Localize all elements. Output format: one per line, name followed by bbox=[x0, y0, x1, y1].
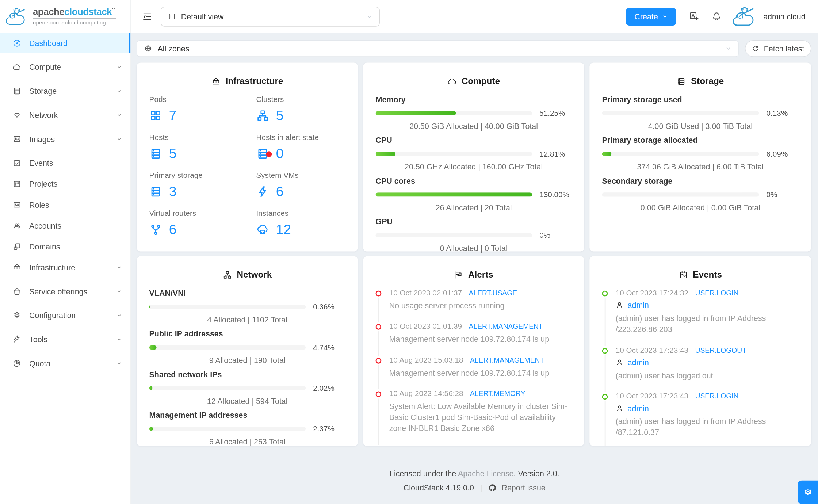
host-alert-icon bbox=[256, 147, 269, 160]
view-select[interactable]: Default view bbox=[161, 7, 380, 26]
chevron-down-icon bbox=[116, 136, 122, 142]
progress-secondary-storage: Secondary storage 0% 0.00 GiB Allocated … bbox=[602, 176, 799, 212]
progress-public-ip: Public IP addresses 4.74% 9 Allocated | … bbox=[149, 329, 345, 364]
menu-fold-icon[interactable] bbox=[142, 11, 153, 22]
progress-bar bbox=[149, 305, 306, 309]
progress-bar bbox=[149, 386, 306, 390]
stat-value[interactable]: 12 bbox=[276, 223, 291, 236]
fork-icon bbox=[149, 223, 163, 236]
zone-select-value: All zones bbox=[157, 44, 720, 53]
event-type-link[interactable]: USER.LOGIN bbox=[695, 392, 739, 400]
chevron-down-icon bbox=[116, 88, 122, 94]
event-item: 10 Oct 2023 17:23:43USER.LOGIN admin (ad… bbox=[602, 392, 799, 446]
sidebar-item-domains[interactable]: Domains bbox=[0, 236, 130, 256]
sidebar-item-quota[interactable]: Quota bbox=[0, 353, 130, 373]
sidebar-item-network[interactable]: Network bbox=[0, 105, 130, 125]
progress-fill bbox=[149, 427, 153, 431]
progress-fill bbox=[376, 192, 532, 196]
stat-value[interactable]: 0 bbox=[276, 146, 284, 160]
stat-virtual-routers: Virtual routers 6 bbox=[149, 209, 256, 236]
bank-icon bbox=[12, 263, 21, 271]
cloud-icon bbox=[447, 77, 457, 86]
alert-type-link[interactable]: ALERT.MANAGEMENT bbox=[470, 446, 544, 446]
sidebar-item-compute[interactable]: Compute bbox=[0, 57, 130, 77]
brand-cloudstack: cloudstack bbox=[64, 7, 112, 17]
sidebar-item-service-offerings[interactable]: Service offerings bbox=[0, 281, 130, 301]
stat-value[interactable]: 5 bbox=[276, 108, 284, 122]
gear-icon bbox=[12, 311, 21, 320]
progress-bar bbox=[376, 233, 532, 237]
sidebar-item-label: Service offerings bbox=[29, 287, 116, 295]
card-title-events: Events bbox=[602, 270, 799, 280]
compute-card: Compute Memory 51.25% 20.50 GiB Allocate… bbox=[363, 62, 584, 251]
team-icon bbox=[12, 221, 21, 230]
card-title-infrastructure: Infrastructure bbox=[149, 76, 345, 87]
stat-value[interactable]: 7 bbox=[169, 108, 177, 122]
alert-type-link[interactable]: ALERT.MEMORY bbox=[470, 390, 525, 397]
create-button-label: Create bbox=[634, 12, 658, 21]
database-icon bbox=[677, 77, 686, 86]
wrench-icon bbox=[12, 335, 21, 343]
progress-bar bbox=[602, 192, 759, 196]
project-icon bbox=[12, 179, 21, 188]
progress-gpu: GPU 0% 0 Allocated | 0 Total bbox=[376, 217, 572, 252]
stat-value[interactable]: 3 bbox=[169, 185, 177, 198]
sidebar-item-events[interactable]: Events bbox=[0, 153, 130, 173]
event-type-link[interactable]: USER.LOGIN bbox=[695, 289, 739, 297]
brand-logo[interactable]: apachecloudstack™ open source cloud comp… bbox=[0, 0, 130, 33]
progress-primary-allocated: Primary storage allocated 6.09% 374.06 G… bbox=[602, 135, 799, 171]
sidebar-item-storage[interactable]: Storage bbox=[0, 81, 130, 100]
sidebar-item-dashboard[interactable]: Dashboard bbox=[0, 33, 130, 53]
refresh-icon bbox=[752, 45, 759, 52]
create-button[interactable]: Create bbox=[626, 8, 676, 26]
fetch-latest-button[interactable]: Fetch latest bbox=[745, 40, 811, 57]
sidebar-item-label: Tools bbox=[29, 335, 116, 343]
chevron-down-icon bbox=[662, 14, 668, 19]
progress-shared-ip: Shared network IPs 2.02% 12 Allocated | … bbox=[149, 370, 345, 405]
shopping-icon bbox=[12, 287, 21, 295]
event-user-link[interactable]: admin bbox=[628, 404, 649, 413]
event-item: 10 Oct 2023 17:24:32USER.LOGIN admin (ad… bbox=[602, 289, 799, 346]
database-icon bbox=[12, 86, 21, 95]
alert-type-link[interactable]: ALERT.USAGE bbox=[469, 289, 517, 297]
stat-value[interactable]: 6 bbox=[276, 185, 284, 198]
event-user-link[interactable]: admin bbox=[628, 358, 649, 366]
chevron-down-icon bbox=[366, 13, 372, 19]
sidebar-item-accounts[interactable]: Accounts bbox=[0, 215, 130, 235]
translate-icon[interactable] bbox=[689, 11, 700, 22]
alert-type-link[interactable]: ALERT.MANAGEMENT bbox=[470, 356, 544, 364]
stat-pods: Pods 7 bbox=[149, 95, 256, 122]
cluster-icon bbox=[256, 109, 269, 122]
alert-type-link[interactable]: ALERT.MANAGEMENT bbox=[469, 322, 543, 330]
event-type-link[interactable]: USER.LOGOUT bbox=[695, 346, 746, 354]
event-user-link[interactable]: admin bbox=[628, 301, 649, 309]
stat-value[interactable]: 5 bbox=[169, 146, 177, 160]
sidebar-item-images[interactable]: Images bbox=[0, 129, 130, 149]
zone-select[interactable]: All zones bbox=[137, 40, 739, 57]
events-card: Events 10 Oct 2023 17:24:32USER.LOGIN ad… bbox=[589, 256, 811, 446]
user-avatar[interactable] bbox=[731, 5, 758, 28]
sidebar-item-roles[interactable]: Roles bbox=[0, 195, 130, 214]
progress-primary-used: Primary storage used 0.13% 4.00 GiB Used… bbox=[602, 95, 799, 130]
bell-icon[interactable] bbox=[711, 11, 722, 22]
report-issue-link[interactable]: Report issue bbox=[501, 483, 545, 492]
flag-icon bbox=[454, 270, 463, 280]
user-icon bbox=[616, 358, 623, 366]
sidebar-item-projects[interactable]: Projects bbox=[0, 174, 130, 194]
storage-card: Storage Primary storage used 0.13% 4.00 … bbox=[589, 62, 811, 251]
apache-license-link[interactable]: Apache License bbox=[458, 469, 514, 478]
theme-settings-button[interactable] bbox=[798, 481, 818, 504]
sidebar-item-tools[interactable]: Tools bbox=[0, 329, 130, 349]
alert-dot bbox=[266, 151, 272, 157]
progress-memory: Memory 51.25% 20.50 GiB Allocated | 40.0… bbox=[376, 95, 572, 130]
picture-icon bbox=[12, 134, 21, 143]
user-name[interactable]: admin cloud bbox=[763, 12, 806, 21]
thunderbolt-icon bbox=[256, 185, 269, 198]
stat-value[interactable]: 6 bbox=[169, 223, 177, 236]
cloudstack-monkey-logo-icon bbox=[5, 6, 29, 27]
brand-name: apachecloudstack™ bbox=[33, 7, 116, 17]
sidebar-item-configuration[interactable]: Configuration bbox=[0, 305, 130, 325]
stat-primary-storage: Primary storage 3 bbox=[149, 171, 256, 198]
sidebar-item-infrastructure[interactable]: Infrastructure bbox=[0, 257, 130, 277]
progress-bar bbox=[376, 192, 532, 196]
